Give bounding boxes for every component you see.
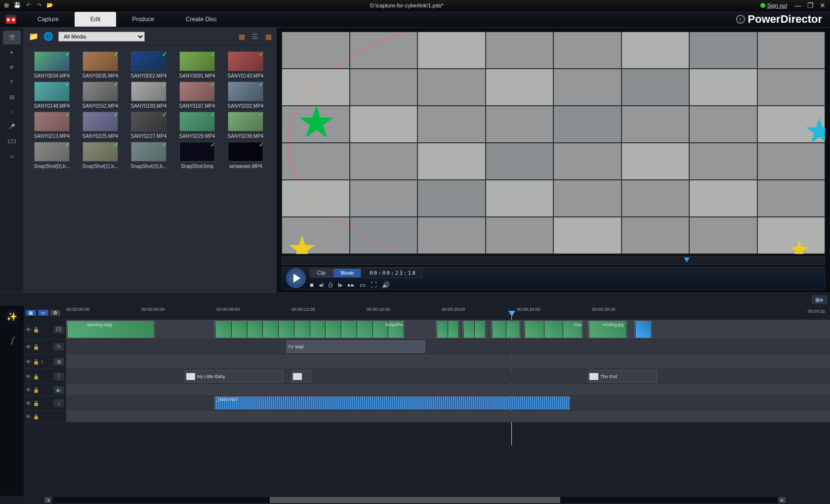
audio-room-icon[interactable]: ♪ — [3, 105, 21, 119]
media-item[interactable]: ✓SANY0239.MP4 — [221, 112, 270, 139]
voice-room-icon[interactable]: 🎤 — [3, 120, 21, 133]
media-room-icon[interactable]: 🎬 — [3, 31, 21, 44]
import-folder-icon[interactable]: 📁 — [29, 32, 39, 41]
clip-sequence-1[interactable]: SnapSho — [214, 321, 405, 338]
clip-mode-button[interactable]: Clip — [310, 268, 333, 278]
media-item[interactable]: ✓SANY0213.MP4 — [28, 112, 76, 139]
sort-icon[interactable]: ☰ — [252, 33, 258, 41]
track-lock-icon[interactable] — [33, 414, 39, 420]
transition-room-icon[interactable]: ▤ — [3, 90, 21, 104]
media-item[interactable]: ✓затмение.MP4 — [221, 142, 270, 169]
media-item[interactable]: ✓SANY0091.MP4 — [173, 51, 221, 79]
track-eye-icon[interactable] — [26, 387, 31, 393]
media-item[interactable]: ✓SANY0035.MP4 — [76, 51, 124, 79]
close-button[interactable]: ✕ — [818, 1, 827, 9]
media-item[interactable]: ✓SANY0152.MP4 — [76, 82, 124, 109]
download-media-icon[interactable]: 🌐 — [43, 32, 53, 41]
timecode-display[interactable]: 00:00:23:18 — [364, 268, 422, 278]
tab-edit[interactable]: Edit — [75, 12, 117, 27]
chapter-room-icon[interactable]: 123 — [3, 134, 21, 148]
sign-out-link[interactable]: Sign out — [767, 2, 787, 8]
media-item[interactable]: ✓SANY0229.MP4 — [173, 112, 221, 139]
tab-create-disc[interactable]: Create Disc — [170, 12, 233, 27]
clip-title-1[interactable]: My Little Baby — [185, 370, 284, 382]
search-icon[interactable]: ▦ — [265, 33, 272, 41]
track-eye-icon[interactable] — [26, 327, 31, 333]
prev-frame-button[interactable]: ◂I — [319, 281, 324, 289]
track-eye-icon[interactable] — [26, 374, 31, 379]
save-icon[interactable]: 💾 — [14, 2, 21, 9]
track-lock-icon[interactable] — [33, 327, 39, 333]
open-icon[interactable]: 📂 — [46, 2, 53, 9]
media-item[interactable]: ✓SnapShot(0).b... — [28, 142, 76, 169]
fast-forward-button[interactable]: ▸▸ — [348, 281, 355, 289]
upload-icon[interactable]: ↑ — [736, 15, 745, 24]
loop-button[interactable]: ▭ — [360, 281, 366, 289]
media-item[interactable]: ✓SANY0034.MP4 — [28, 51, 76, 79]
clip-ending[interactable]: ending.jpg — [588, 321, 627, 338]
track-lock-icon[interactable] — [33, 387, 39, 393]
media-item[interactable]: ✓SnapShot(3).b... — [124, 142, 173, 169]
track-lock-icon[interactable] — [33, 344, 39, 350]
track-lock-icon[interactable] — [33, 374, 39, 379]
horizontal-scrollbar[interactable] — [52, 497, 778, 503]
track-eye-icon[interactable] — [26, 400, 31, 406]
media-item[interactable]: ✓SnapShot.bmp — [173, 142, 221, 169]
media-item[interactable]: ✓SANY0143.MP4 — [221, 51, 270, 79]
track-lock-icon[interactable] — [33, 400, 39, 406]
clip-seg-a[interactable] — [436, 321, 459, 338]
redo-icon[interactable]: ↷ — [36, 2, 42, 9]
track-eye-icon[interactable] — [26, 359, 31, 365]
media-item[interactable]: ✓SANY0227.MP4 — [124, 112, 173, 139]
effect-room-icon[interactable]: ✦ — [3, 45, 21, 59]
magic-wizard-icon[interactable]: ✨ — [3, 308, 21, 326]
timeline-view-button[interactable]: ▦◈ — [812, 295, 827, 304]
play-button[interactable] — [286, 268, 306, 288]
track-settings-icon[interactable]: ⚙ — [50, 310, 60, 316]
maximize-button[interactable]: ❐ — [806, 1, 815, 9]
clip-tvwall[interactable]: TV Wall — [287, 340, 425, 353]
preview-viewport[interactable]: ★ ★ ★ ★ — [282, 32, 825, 254]
clip-seg-b[interactable] — [462, 321, 486, 338]
track-eye-icon[interactable] — [26, 414, 31, 420]
clip-title-2[interactable]: The End — [588, 370, 657, 382]
next-frame-button[interactable]: I▸ — [337, 281, 343, 289]
fullscreen-button[interactable]: ⛶ — [371, 281, 377, 289]
playhead-icon[interactable] — [508, 311, 515, 317]
tab-produce[interactable]: Produce — [116, 12, 170, 27]
media-item[interactable]: ✓SANY0052.MP4 — [124, 51, 173, 79]
new-icon[interactable]: ▦ — [3, 2, 10, 9]
track-eye-icon[interactable] — [26, 344, 31, 350]
clip-title-blank[interactable] — [291, 370, 311, 382]
media-item[interactable]: ✓SnapShot(1).b... — [76, 142, 124, 169]
media-item[interactable]: ✓SANY0180.MP4 — [124, 82, 173, 109]
subtitle-room-icon[interactable]: ▭ — [3, 149, 21, 163]
media-filter-select[interactable]: All Media — [58, 32, 145, 42]
undo-icon[interactable]: ↶ — [25, 2, 32, 9]
media-item[interactable]: ✓SANY0202.MP4 — [221, 82, 270, 109]
tab-capture[interactable]: Capture — [22, 12, 75, 27]
scroll-right-button[interactable]: ▸ — [779, 497, 786, 503]
preview-scrubber[interactable] — [282, 256, 825, 265]
clip-audio[interactable]: _baby.mp3 — [214, 396, 570, 410]
volume-button[interactable]: 🔊 — [382, 281, 390, 289]
clip-cube[interactable] — [634, 321, 652, 338]
scroll-left-button[interactable]: ◂ — [44, 497, 51, 503]
clip-seg-c[interactable] — [491, 321, 521, 338]
clip-opening[interactable]: opening.mpg — [66, 321, 155, 338]
stop-button[interactable]: ■ — [310, 281, 314, 289]
movie-mode-button[interactable]: Movie — [333, 268, 361, 278]
pip-room-icon[interactable]: ❄ — [3, 60, 21, 74]
clip-seg-d[interactable]: Sna — [524, 321, 583, 338]
media-item[interactable]: ✓SANY0187.MP4 — [173, 82, 221, 109]
track-lock-icon[interactable] — [33, 359, 39, 365]
title-room-icon[interactable]: T — [3, 75, 21, 89]
view-mode-icon[interactable]: ▦ — [239, 33, 245, 41]
snapshot-button[interactable]: ⎙ — [329, 281, 332, 289]
media-item[interactable]: ✓SANY0225.MP4 — [76, 112, 124, 139]
track-mode-icon[interactable]: ▭ — [38, 310, 48, 316]
minimize-button[interactable]: — — [793, 1, 803, 9]
app-logo-icon[interactable] — [0, 11, 22, 28]
track-view-icon[interactable]: ▦ — [26, 310, 36, 316]
media-item[interactable]: ✓SANY0148.MP4 — [28, 82, 76, 109]
